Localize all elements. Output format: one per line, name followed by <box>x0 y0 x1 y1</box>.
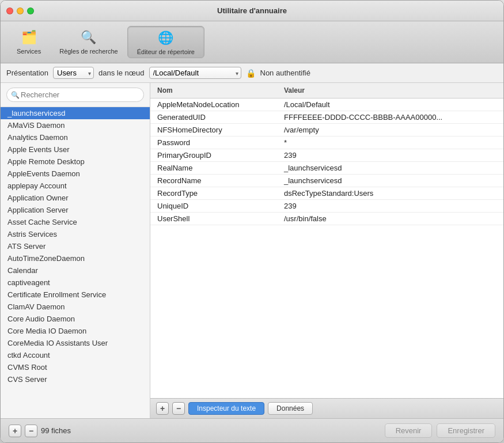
table-row[interactable]: RecordType dsRecTypeStandard:Users <box>150 187 503 200</box>
list-item[interactable]: CVMS Root <box>1 361 150 373</box>
table-row[interactable]: RecordName _launchservicesd <box>150 175 503 187</box>
minimize-button[interactable] <box>17 7 24 14</box>
inspecteur-tab[interactable]: Inspecteur du texte <box>188 402 264 415</box>
table-cell-nom: GeneratedUID <box>150 111 277 123</box>
footer-count: 99 fiches <box>41 426 71 435</box>
table-cell-valeur: FFFFEEEE-DDDD-CCCC-BBBB-AAAA00000... <box>277 111 503 123</box>
table-cell-valeur: /usr/bin/false <box>277 213 503 225</box>
save-button[interactable]: Enregistrer <box>437 423 495 438</box>
presentation-row: Présentation Users Groups dans le nœud /… <box>1 63 503 83</box>
table-row[interactable]: UserShell /usr/bin/false <box>150 213 503 225</box>
table-row[interactable]: AppleMetaNodeLocation /Local/Default <box>150 99 503 111</box>
lock-icon: 🔒 <box>246 69 256 78</box>
presentation-label: Présentation <box>6 69 48 77</box>
list-item[interactable]: Apple Events User <box>1 143 150 156</box>
col-valeur-header: Valeur <box>277 85 503 96</box>
table-cell-valeur: 239 <box>277 200 503 212</box>
maximize-button[interactable] <box>27 7 34 14</box>
bottom-toolbar: + − Inspecteur du texte Données <box>150 398 503 418</box>
table-row[interactable]: UniqueID 239 <box>150 200 503 213</box>
list-item[interactable]: Astris Services <box>1 228 150 240</box>
services-icon: 🗂️ <box>20 28 38 47</box>
list-container: _launchservicesdAMaViS DaemonAnalytics D… <box>1 107 150 418</box>
list-item[interactable]: ATS Server <box>1 240 150 252</box>
table-cell-nom: UserShell <box>150 213 277 225</box>
node-dropdown-wrapper[interactable]: /Local/Default <box>149 67 241 79</box>
node-dropdown[interactable]: /Local/Default <box>149 67 241 79</box>
main-window: Utilitaire d'annuaire 🗂️ Services 🔍 Règl… <box>0 0 504 443</box>
dans-le-noeud-label: dans le nœud <box>98 69 145 77</box>
list-item[interactable]: Calendar <box>1 264 150 277</box>
remove-item-button[interactable]: − <box>25 425 37 437</box>
traffic-lights <box>6 7 34 14</box>
search-box: 🔍 <box>1 83 150 107</box>
table-cell-nom: NFSHomeDirectory <box>150 124 277 136</box>
list-item[interactable]: Application Server <box>1 204 150 216</box>
table-cell-valeur: dsRecTypeStandard:Users <box>277 187 503 199</box>
table-cell-nom: AppleMetaNodeLocation <box>150 99 277 111</box>
right-panel: Nom Valeur AppleMetaNodeLocation /Local/… <box>150 83 503 418</box>
list-item[interactable]: applepay Account <box>1 180 150 192</box>
window-title: Utilitaire d'annuaire <box>217 6 287 15</box>
footer-left: + − 99 fiches <box>9 425 71 437</box>
list-item[interactable]: AppleEvents Daemon <box>1 168 150 180</box>
list-item[interactable]: Application Owner <box>1 192 150 204</box>
table-cell-valeur: _launchservicesd <box>277 175 503 187</box>
list-item[interactable]: CVS Server <box>1 373 150 385</box>
table-cell-valeur: _launchservicesd <box>277 162 503 174</box>
search-input[interactable] <box>6 88 144 102</box>
revert-button[interactable]: Revenir <box>385 423 433 438</box>
table-cell-nom: PrimaryGroupID <box>150 149 277 161</box>
table-row[interactable]: NFSHomeDirectory /var/empty <box>150 124 503 137</box>
list-item[interactable]: Core Audio Daemon <box>1 313 150 325</box>
footer-right: Revenir Enregistrer <box>385 423 495 438</box>
list-item[interactable]: Certificate Enrollment Service <box>1 289 150 301</box>
users-dropdown-wrapper[interactable]: Users Groups <box>53 67 94 79</box>
titlebar: Utilitaire d'annuaire <box>1 1 503 21</box>
list-item[interactable]: Analytics Daemon <box>1 131 150 143</box>
editeur-label: Éditeur de répertoire <box>137 48 195 55</box>
list-item[interactable]: ClamAV Daemon <box>1 301 150 313</box>
list-item[interactable]: AMaViS Daemon <box>1 119 150 131</box>
list-item[interactable]: Asset Cache Service <box>1 216 150 228</box>
add-item-button[interactable]: + <box>9 425 21 437</box>
search-input-wrapper: 🔍 <box>6 88 144 102</box>
table-row[interactable]: GeneratedUID FFFFEEEE-DDDD-CCCC-BBBB-AAA… <box>150 111 503 124</box>
table-cell-valeur: /Local/Default <box>277 99 503 111</box>
remove-row-button[interactable]: − <box>172 402 185 415</box>
toolbar-editeur[interactable]: 🌐 Éditeur de répertoire <box>127 26 204 58</box>
left-panel: 🔍 _launchservicesdAMaViS DaemonAnalytics… <box>1 83 150 418</box>
col-nom-header: Nom <box>150 85 277 96</box>
table-cell-valeur: 239 <box>277 149 503 161</box>
main-content: 🔍 _launchservicesdAMaViS DaemonAnalytics… <box>1 83 503 418</box>
list-item[interactable]: AutoTimeZoneDaemon <box>1 252 150 264</box>
list-item[interactable]: CoreMedia IO Assistants User <box>1 337 150 349</box>
add-row-button[interactable]: + <box>156 402 169 415</box>
list-item[interactable]: ctkd Account <box>1 349 150 361</box>
table-row[interactable]: Password * <box>150 137 503 149</box>
list-item[interactable]: Core Media IO Daemon <box>1 325 150 337</box>
search-icon: 🔍 <box>11 91 20 99</box>
footer: + − 99 fiches Revenir Enregistrer <box>1 418 503 442</box>
toolbar-services[interactable]: 🗂️ Services <box>7 26 50 58</box>
list-item[interactable]: captiveagent <box>1 277 150 289</box>
regles-icon: 🔍 <box>79 28 98 47</box>
editeur-icon: 🌐 <box>157 29 175 47</box>
table-body: AppleMetaNodeLocation /Local/Default Gen… <box>150 99 503 398</box>
donnees-tab[interactable]: Données <box>268 402 313 415</box>
list-item[interactable]: Apple Remote Desktop <box>1 156 150 168</box>
close-button[interactable] <box>6 7 13 14</box>
table-cell-nom: RecordType <box>150 187 277 199</box>
services-label: Services <box>17 48 41 55</box>
table-cell-nom: RecordName <box>150 175 277 187</box>
table-header: Nom Valeur <box>150 83 503 99</box>
auth-label: Non authentifié <box>260 69 310 77</box>
toolbar-regles[interactable]: 🔍 Règles de recherche <box>50 26 127 58</box>
toolbar: 🗂️ Services 🔍 Règles de recherche 🌐 Édit… <box>1 21 503 63</box>
users-dropdown[interactable]: Users Groups <box>53 67 94 79</box>
table-row[interactable]: PrimaryGroupID 239 <box>150 149 503 162</box>
list-item[interactable]: _launchservicesd <box>1 107 150 119</box>
table-row[interactable]: RealName _launchservicesd <box>150 162 503 175</box>
table-cell-valeur: * <box>277 137 503 149</box>
table-cell-nom: Password <box>150 137 277 149</box>
